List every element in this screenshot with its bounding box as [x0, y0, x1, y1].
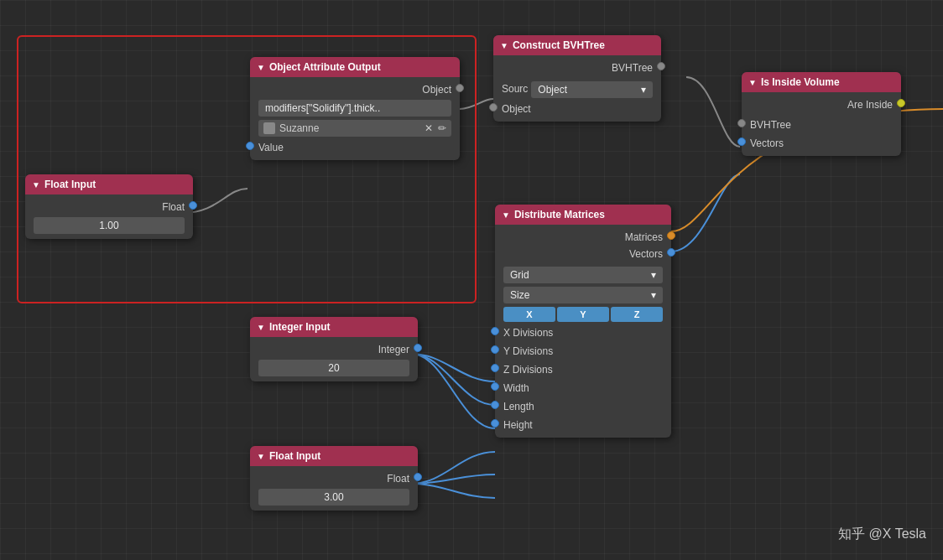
integer-label: Integer	[378, 344, 409, 355]
is-inside-volume-title: Is Inside Volume	[761, 76, 840, 88]
distribute-matrices-node: ▼ Distribute Matrices Matrices Vectors G…	[495, 205, 671, 438]
grid-value: Grid	[510, 269, 529, 281]
are-inside-label: Are Inside	[847, 99, 893, 111]
x-divisions-socket	[491, 327, 499, 335]
object-attribute-output-node: ▼ Object Attribute Output Object modifie…	[250, 57, 460, 160]
object-input-socket2	[489, 103, 498, 111]
arrow-icon6: ▼	[257, 323, 265, 332]
float-input-bottom-header: ▼ Float Input	[250, 446, 418, 466]
bvhtree-output-socket	[657, 62, 665, 70]
object-in-label: Object	[502, 103, 531, 115]
y-divisions-socket	[491, 345, 499, 354]
z-divisions-socket	[491, 364, 499, 372]
suzanne-icon	[263, 122, 275, 134]
vectors-in-label: Vectors	[750, 137, 784, 149]
are-inside-output-socket	[897, 99, 905, 107]
float-bottom-value-input[interactable]	[258, 489, 409, 506]
z-divisions-label: Z Divisions	[503, 364, 553, 376]
float-value-input[interactable]	[34, 217, 185, 234]
float-input-top-title: Float Input	[44, 179, 96, 190]
x-divisions-label: X Divisions	[503, 327, 553, 339]
value-label: Value	[258, 142, 284, 153]
size-dropdown[interactable]: Size ▾	[503, 287, 663, 303]
construct-bvhtree-node: ▼ Construct BVHTree BVHTree Sourc Object…	[493, 35, 661, 122]
grid-dropdown[interactable]: Grid ▾	[503, 267, 663, 283]
close-icon[interactable]: ✕	[425, 122, 433, 134]
distribute-matrices-title: Distribute Matrices	[514, 209, 605, 220]
vectors-output-socket	[667, 248, 675, 257]
height-socket	[491, 419, 499, 428]
float-output-socket	[189, 201, 197, 210]
matrices-out-label: Matrices	[625, 231, 663, 243]
arrow-icon4: ▼	[748, 78, 757, 87]
dropdown-arrow-icon2: ▾	[651, 269, 656, 281]
vectors-out-label: Vectors	[629, 248, 663, 260]
is-inside-volume-header: ▼ Is Inside Volume	[742, 72, 901, 92]
float-input-bottom-node: ▼ Float Input Float	[250, 446, 418, 511]
length-socket	[491, 401, 499, 409]
bvhtree-input-socket	[737, 119, 746, 127]
object-attribute-output-title: Object Attribute Output	[269, 61, 381, 73]
float-bottom-output-socket	[414, 473, 422, 481]
vectors-input-socket	[737, 137, 746, 146]
float-input-top-header: ▼ Float Input	[25, 174, 193, 194]
arrow-icon7: ▼	[257, 452, 265, 461]
source-dropdown[interactable]: Object ▾	[531, 81, 653, 98]
distribute-matrices-header: ▼ Distribute Matrices	[495, 205, 671, 225]
arrow-icon5: ▼	[502, 210, 510, 220]
bvhtree-out-label: BVHTree	[612, 62, 653, 74]
dropdown-arrow-icon3: ▾	[651, 289, 656, 301]
source-label: Sourc	[502, 83, 528, 95]
is-inside-volume-node: ▼ Is Inside Volume Are Inside BVHTree Ve…	[742, 72, 901, 156]
obj-attr-object-label: Object	[422, 84, 451, 96]
dropdown-arrow-icon: ▾	[641, 84, 646, 96]
attribute-field[interactable]: modifiers["Solidify"].thick..	[258, 100, 451, 117]
construct-bvhtree-header: ▼ Construct BVHTree	[493, 35, 661, 55]
height-label: Height	[503, 419, 533, 431]
bvhtree-in-label: BVHTree	[750, 119, 791, 131]
edit-icon[interactable]: ✏	[438, 122, 446, 134]
suzanne-name: Suzanne	[279, 122, 319, 134]
watermark: 知乎 @X Tesla	[838, 526, 926, 543]
construct-bvhtree-title: Construct BVHTree	[513, 39, 605, 51]
integer-value-input[interactable]	[258, 360, 409, 376]
suzanne-row: Suzanne ✕ ✏	[258, 120, 451, 137]
integer-output-socket	[414, 344, 422, 352]
width-socket	[491, 382, 499, 391]
size-value: Size	[510, 289, 529, 301]
object-input-socket	[456, 84, 464, 92]
y-divisions-label: Y Divisions	[503, 345, 553, 357]
watermark-text: 知乎 @X Tesla	[838, 526, 926, 541]
arrow-icon3: ▼	[500, 41, 508, 50]
length-label: Length	[503, 401, 534, 412]
integer-input-node: ▼ Integer Input Integer	[250, 317, 418, 381]
integer-input-header: ▼ Integer Input	[250, 317, 418, 337]
x-button[interactable]: X	[503, 307, 555, 322]
source-value: Object	[538, 84, 567, 96]
width-label: Width	[503, 382, 529, 394]
arrow-icon2: ▼	[257, 63, 265, 72]
matrices-output-socket	[667, 231, 675, 240]
arrow-icon: ▼	[32, 180, 40, 189]
float-label: Float	[162, 201, 185, 213]
float-input-top-node: ▼ Float Input Float	[25, 174, 193, 239]
float-bottom-label: Float	[387, 473, 409, 485]
attribute-text: modifiers["Solidify"].thick..	[265, 102, 380, 114]
integer-input-title: Integer Input	[269, 321, 331, 333]
z-button[interactable]: Z	[611, 307, 663, 322]
object-attribute-output-header: ▼ Object Attribute Output	[250, 57, 460, 77]
value-output-socket	[246, 142, 254, 150]
xyz-buttons: X Y Z	[503, 307, 663, 322]
y-button[interactable]: Y	[557, 307, 609, 322]
float-input-bottom-title: Float Input	[269, 450, 320, 462]
